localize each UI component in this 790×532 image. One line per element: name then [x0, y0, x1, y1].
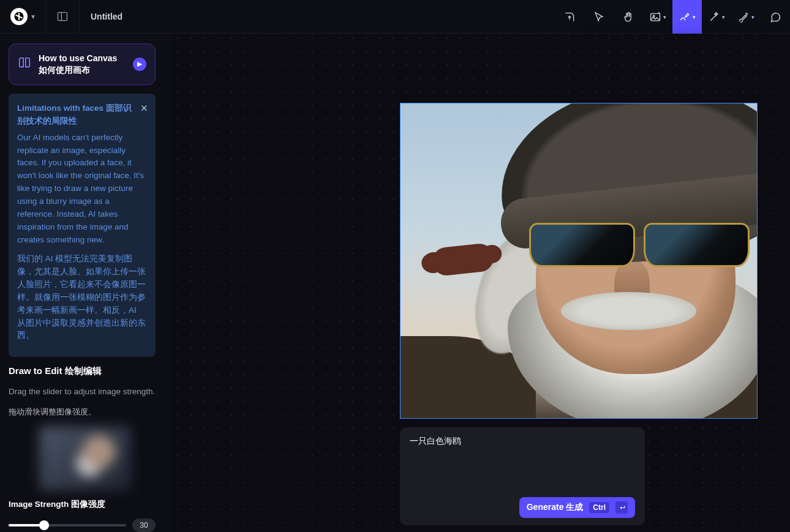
chevron-down-icon: ▾ [722, 14, 725, 20]
notice-title: Limitations with faces 面部识别技术的局限性 [17, 102, 147, 128]
canvas-image[interactable] [400, 103, 758, 419]
pencil-tool[interactable]: ▾ [672, 0, 702, 34]
ctrl-key-hint: Ctrl [589, 502, 609, 513]
import-button[interactable] [555, 0, 584, 34]
image-strength-label: Image Strength 图像强度 [9, 499, 156, 510]
image-strength-row: 30 [9, 519, 156, 532]
app-menu[interactable]: ▾ [0, 0, 46, 34]
chevron-down-icon: ▾ [751, 14, 754, 20]
chevron-down-icon: ▾ [31, 12, 35, 21]
generate-label: Generate 生成 [527, 502, 584, 513]
panel-toggle-button[interactable] [46, 0, 80, 34]
image-strength-slider[interactable] [9, 520, 126, 531]
canvas-area[interactable]: 一只白色海鸥 Generate 生成 Ctrl [173, 34, 790, 532]
comment-tool[interactable] [761, 0, 790, 34]
notice-body-en: Our AI models can't perfectly replicate … [17, 132, 147, 247]
howto-label: How to use Canvas 如何使用画布 [39, 53, 126, 76]
draw-to-edit-sub: Drag the slider to adjust image strength… [9, 386, 156, 398]
hand-tool[interactable] [614, 0, 643, 34]
close-icon[interactable]: ✕ [140, 101, 148, 115]
top-bar: ▾ Untitled ▾ ▾ ▾ ▾ [0, 0, 790, 34]
app-logo-icon [10, 8, 28, 25]
prompt-box: 一只白色海鸥 Generate 生成 Ctrl [400, 427, 645, 525]
brush-tool[interactable]: ▾ [731, 0, 761, 34]
notice-body-zh: 我们的 AI 模型无法完美复制图像，尤其是人脸。如果你上传一张人脸照片，它看起来… [17, 253, 147, 342]
select-tool[interactable] [584, 0, 614, 34]
svg-rect-3 [58, 12, 67, 20]
play-icon: ▶ [133, 58, 146, 71]
document-title[interactable]: Untitled [80, 12, 122, 21]
chevron-down-icon: ▾ [663, 14, 666, 20]
reference-thumbnail [39, 426, 131, 490]
face-limitation-notice: ✕ Limitations with faces 面部识别技术的局限性 Our … [9, 94, 156, 358]
generate-button[interactable]: Generate 生成 Ctrl [519, 497, 635, 518]
book-icon [18, 56, 31, 72]
chevron-down-icon: ▾ [693, 14, 696, 20]
howto-card[interactable]: How to use Canvas 如何使用画布 ▶ [9, 43, 156, 85]
enter-key-icon [615, 501, 628, 514]
draw-to-edit-sub-zh: 拖动滑块调整图像强度。 [9, 406, 156, 418]
sidebar: How to use Canvas 如何使用画布 ▶ ✕ Limitations… [0, 34, 164, 532]
image-strength-value: 30 [132, 519, 156, 532]
image-tool[interactable]: ▾ [643, 0, 672, 34]
draw-to-edit-title: Draw to Edit 绘制编辑 [9, 365, 156, 377]
prompt-input[interactable]: 一只白色海鸥 [410, 436, 635, 497]
magic-tool[interactable]: ▾ [702, 0, 731, 34]
main-toolbar: ▾ ▾ ▾ ▾ [555, 0, 790, 34]
